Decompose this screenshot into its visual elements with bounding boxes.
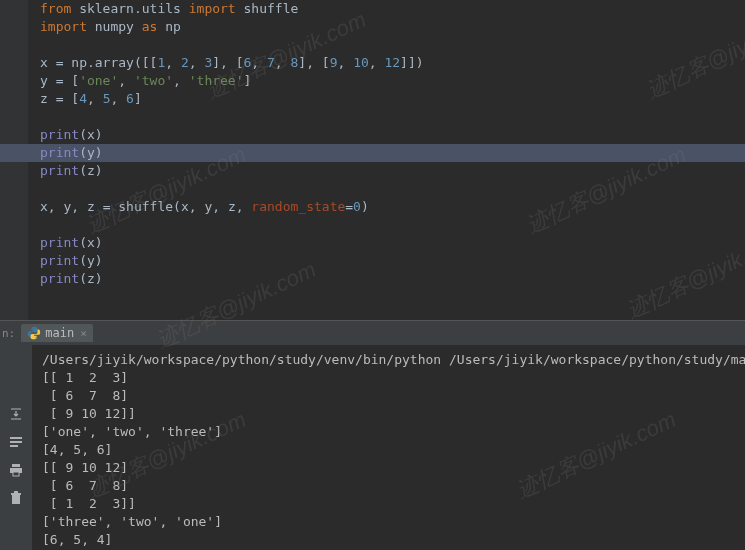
- run-panel: n: main × /U: [0, 320, 745, 550]
- code-line[interactable]: import numpy as np: [40, 18, 424, 36]
- code-line[interactable]: from sklearn.utils import shuffle: [40, 0, 424, 18]
- code-line[interactable]: z = [4, 5, 6]: [40, 90, 424, 108]
- scroll-to-end-icon[interactable]: [7, 405, 25, 423]
- close-icon[interactable]: ×: [80, 327, 87, 340]
- code-line[interactable]: x, y, z = shuffle(x, y, z, random_state=…: [40, 198, 424, 216]
- run-tab-label: main: [45, 326, 74, 340]
- svg-rect-1: [10, 441, 22, 443]
- run-tab-bar: n: main ×: [0, 321, 745, 345]
- code-line[interactable]: x = np.array([[1, 2, 3], [6, 7, 8], [9, …: [40, 54, 424, 72]
- run-tab-main[interactable]: main ×: [21, 324, 93, 342]
- print-icon[interactable]: [7, 461, 25, 479]
- code-editor[interactable]: from sklearn.utils import shuffleimport …: [0, 0, 745, 320]
- code-line[interactable]: [40, 108, 424, 126]
- console-output[interactable]: /Users/jiyik/workspace/python/study/venv…: [32, 345, 745, 550]
- run-toolbar: [0, 345, 32, 550]
- code-line[interactable]: print(z): [40, 162, 424, 180]
- run-label: n:: [2, 327, 15, 340]
- svg-rect-3: [12, 464, 20, 467]
- python-icon: [27, 326, 41, 340]
- code-line[interactable]: print(y): [40, 144, 424, 162]
- code-line[interactable]: print(x): [40, 234, 424, 252]
- svg-rect-0: [10, 437, 22, 439]
- svg-rect-7: [11, 493, 21, 495]
- code-line[interactable]: print(y): [40, 252, 424, 270]
- soft-wrap-icon[interactable]: [7, 433, 25, 451]
- code-content[interactable]: from sklearn.utils import shuffleimport …: [40, 0, 424, 288]
- code-line[interactable]: print(x): [40, 126, 424, 144]
- code-line[interactable]: [40, 36, 424, 54]
- svg-rect-2: [10, 445, 18, 447]
- svg-rect-5: [13, 472, 19, 476]
- svg-rect-6: [12, 495, 20, 504]
- code-line[interactable]: [40, 180, 424, 198]
- code-line[interactable]: print(z): [40, 270, 424, 288]
- code-line[interactable]: y = ['one', 'two', 'three']: [40, 72, 424, 90]
- trash-icon[interactable]: [7, 489, 25, 507]
- svg-rect-8: [14, 491, 18, 493]
- code-line[interactable]: [40, 216, 424, 234]
